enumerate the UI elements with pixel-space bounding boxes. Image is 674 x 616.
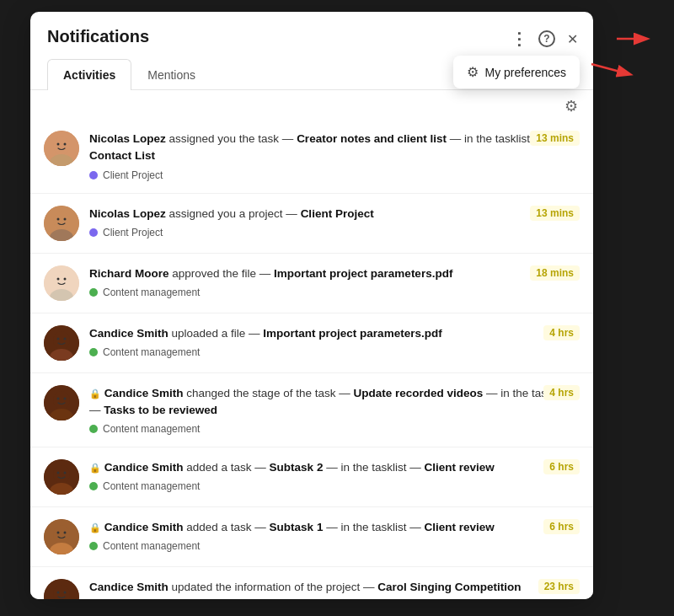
svg-point-26 (53, 465, 70, 484)
svg-point-31 (53, 525, 70, 544)
help-icon: ? (538, 30, 555, 47)
svg-point-39 (64, 592, 67, 594)
project-dot (89, 228, 98, 237)
svg-point-23 (57, 397, 60, 399)
project-name: Client Project (103, 227, 163, 238)
preferences-label: My preferences (485, 66, 566, 79)
header-icons: ⋮ ? ✕ (509, 27, 580, 51)
panel-header: Notifications ⋮ ? ✕ (30, 12, 593, 46)
project-tag: Content management (89, 480, 580, 492)
svg-point-14 (64, 277, 67, 280)
notification-text: 🔒 Candice Smith changed the stage of the… (89, 387, 566, 416)
avatar (44, 325, 79, 361)
notification-time: 4 hrs (543, 325, 580, 340)
notification-item[interactable]: 🔒 Candice Smith added a task — Subtask 1… (30, 507, 593, 567)
notification-text: Nicolas Lopez assigned you a project — C… (89, 207, 374, 220)
notification-text: Richard Moore approved the file — Import… (89, 267, 452, 280)
settings-row: ⚙ (30, 90, 593, 119)
notification-text: 🔒 Candice Smith added a task — Subtask 1… (89, 521, 495, 533)
project-tag: Content management (89, 540, 580, 552)
preferences-gear-icon: ⚙ (467, 64, 479, 80)
project-tag: Client Project (89, 169, 580, 181)
close-icon: ✕ (567, 31, 578, 47)
svg-point-38 (57, 592, 60, 594)
svg-point-19 (64, 337, 67, 340)
settings-gear-icon: ⚙ (564, 97, 578, 115)
project-dot (89, 171, 98, 179)
project-name: Content management (103, 423, 200, 435)
svg-point-18 (57, 337, 60, 340)
avatar (44, 206, 79, 241)
notification-body: 🔒 Candice Smith added a task — Subtask 2… (89, 459, 580, 492)
notification-time: 18 mins (530, 265, 580, 281)
svg-point-4 (64, 143, 67, 146)
svg-point-33 (57, 532, 60, 534)
notification-body: 🔒 Candice Smith added a task — Subtask 1… (89, 519, 580, 552)
close-button[interactable]: ✕ (565, 29, 580, 49)
notification-text: 🔒 Candice Smith added a task — Subtask 2… (89, 461, 495, 474)
svg-point-16 (53, 331, 70, 350)
avatar (44, 131, 79, 166)
notifications-panel: Notifications ⋮ ? ✕ ⚙ My preferences Act… (30, 12, 593, 599)
notification-text: Candice Smith updated the information of… (89, 581, 521, 593)
project-name: Content management (103, 287, 200, 298)
project-tag: Content management (89, 287, 580, 298)
three-dots-icon: ⋮ (511, 29, 527, 49)
tab-mentions[interactable]: Mentions (131, 59, 211, 90)
preferences-popup[interactable]: ⚙ My preferences (453, 56, 580, 88)
notification-time: 23 hrs (538, 579, 580, 594)
avatar (44, 385, 79, 420)
svg-point-3 (57, 143, 60, 146)
project-dot (89, 348, 98, 356)
notification-body: Candice Smith uploaded a file — Importan… (89, 325, 580, 358)
project-tag: Client Project (89, 227, 580, 238)
project-dot (89, 542, 98, 550)
notification-body: Nicolas Lopez assigned you a project — C… (89, 206, 580, 238)
notification-body: Nicolas Lopez assigned you the task — Cr… (89, 131, 580, 181)
project-tag: Content management (89, 423, 580, 435)
avatar (44, 519, 79, 554)
notification-body: 🔒 Candice Smith changed the stage of the… (89, 385, 580, 436)
svg-point-1 (53, 137, 70, 155)
notification-body: Candice Smith updated the information of… (89, 579, 580, 599)
notification-time: 13 mins (530, 206, 580, 221)
avatar (44, 579, 79, 599)
svg-point-11 (53, 271, 70, 290)
more-options-button[interactable]: ⋮ (509, 27, 528, 51)
project-name: Content management (103, 540, 200, 552)
svg-point-13 (57, 277, 60, 280)
notification-time: 6 hrs (543, 519, 580, 534)
panel-title: Notifications (47, 27, 576, 46)
svg-point-34 (64, 532, 67, 534)
help-button[interactable]: ? (537, 29, 557, 49)
notification-time: 6 hrs (543, 459, 580, 474)
notifications-list[interactable]: Nicolas Lopez assigned you the task — Cr… (30, 119, 593, 599)
svg-point-8 (57, 217, 60, 220)
svg-point-9 (64, 217, 67, 220)
project-dot (89, 482, 98, 490)
svg-point-21 (53, 391, 70, 410)
notification-item[interactable]: 🔒 Candice Smith added a task — Subtask 2… (30, 447, 593, 507)
notification-item[interactable]: 🔒 Candice Smith changed the stage of the… (30, 373, 593, 448)
project-name: Content management (103, 480, 200, 492)
notification-item[interactable]: Richard Moore approved the file — Import… (30, 254, 593, 313)
notification-item[interactable]: Nicolas Lopez assigned you the task — Cr… (30, 119, 593, 194)
project-tag: Content management (89, 346, 580, 358)
settings-button[interactable]: ⚙ (563, 95, 580, 117)
notification-time: 13 mins (530, 131, 580, 146)
notification-body: Richard Moore approved the file — Import… (89, 265, 580, 298)
project-dot (89, 288, 98, 297)
notification-time: 4 hrs (543, 385, 580, 400)
svg-point-6 (53, 212, 70, 230)
svg-point-29 (64, 472, 67, 474)
project-dot (89, 425, 98, 433)
avatar (44, 459, 79, 495)
project-name: Content management (103, 346, 200, 358)
notification-text: Nicolas Lopez assigned you the task — Cr… (89, 132, 544, 162)
avatar (44, 265, 79, 301)
notification-item[interactable]: Candice Smith updated the information of… (30, 567, 593, 599)
svg-point-28 (57, 472, 60, 474)
tab-activities[interactable]: Activities (47, 59, 131, 90)
notification-item[interactable]: Candice Smith uploaded a file — Importan… (30, 313, 593, 373)
notification-item[interactable]: Nicolas Lopez assigned you a project — C… (30, 194, 593, 254)
